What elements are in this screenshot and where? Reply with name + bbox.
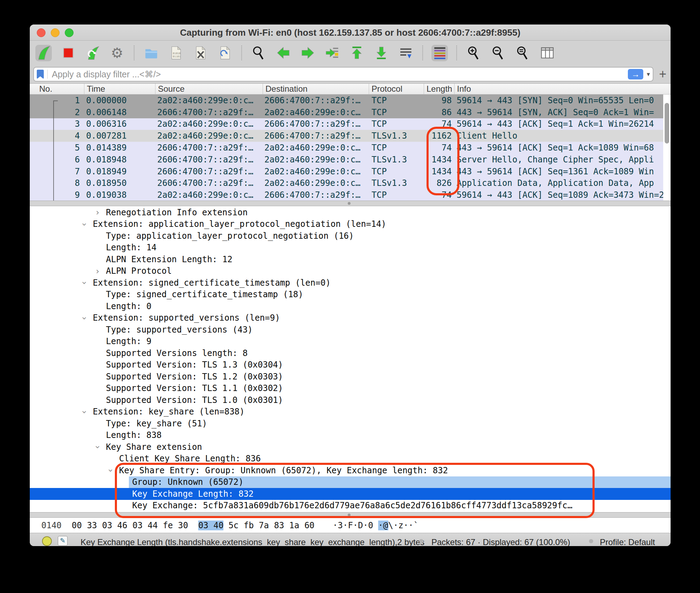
- detail-tree-item[interactable]: ›Key Share extension: [30, 441, 671, 453]
- profile-status[interactable]: Profile: Default: [600, 537, 655, 546]
- open-file-icon[interactable]: [143, 45, 159, 61]
- filter-bookmark-icon[interactable]: [37, 70, 44, 79]
- chevron-down-icon[interactable]: ›: [106, 467, 115, 474]
- detail-tree-item[interactable]: Supported Versions length: 8: [30, 347, 671, 359]
- filter-dropdown-caret-icon[interactable]: ▾: [647, 70, 650, 78]
- close-file-icon[interactable]: [192, 45, 208, 61]
- detail-tree-item[interactable]: ›Extension: signed_certificate_timestamp…: [30, 277, 671, 289]
- column-header-info[interactable]: Info: [454, 84, 671, 94]
- detail-tree-item[interactable]: Supported Version: TLS 1.0 (0x0301): [30, 394, 671, 406]
- column-header-destination[interactable]: Destination: [263, 84, 369, 94]
- list-details-splitter[interactable]: [30, 201, 671, 206]
- chevron-down-icon[interactable]: ›: [80, 409, 89, 416]
- chevron-down-icon[interactable]: ›: [80, 279, 89, 286]
- display-filter-field[interactable]: → ▾: [33, 67, 653, 82]
- detail-item-label: Key Share Entry: Group: Unknown (65072),…: [119, 466, 448, 475]
- zoom-in-icon[interactable]: [465, 45, 482, 61]
- column-header-protocol[interactable]: Protocol: [369, 84, 424, 94]
- capture-comment-icon[interactable]: ✎: [58, 536, 68, 546]
- detail-tree-item[interactable]: Client Key Share Length: 836: [30, 453, 671, 465]
- hex-ascii[interactable]: \·z··`: [388, 521, 419, 530]
- hex-bytes-highlighted[interactable]: 03 40: [198, 521, 223, 530]
- detail-tree-item[interactable]: Group: Unknown (65072): [30, 476, 671, 488]
- packet-row[interactable]: 50.0143892606:4700:7::a29f:…2a02:a460:29…: [30, 142, 663, 154]
- go-to-packet-icon[interactable]: [324, 45, 340, 61]
- hex-bytes[interactable]: 00 33 03 46 03 44 fe 30: [72, 521, 188, 530]
- go-forward-icon[interactable]: [299, 45, 316, 61]
- detail-tree-item[interactable]: Type: signed_certificate_timestamp (18): [30, 289, 671, 301]
- save-file-icon[interactable]: 0101001101: [167, 45, 184, 61]
- packet-row[interactable]: 40.0072812a02:a460:299e:0:c…2606:4700:7:…: [30, 130, 663, 142]
- column-header-length[interactable]: Length: [424, 84, 454, 94]
- detail-item-label: Type: key_share (51): [106, 419, 207, 428]
- status-separator-dot: [419, 539, 423, 543]
- related-packets-line: [53, 100, 54, 201]
- chevron-down-icon[interactable]: ›: [93, 444, 102, 451]
- detail-tree-item[interactable]: Supported Version: TLS 1.2 (0x0303): [30, 371, 671, 383]
- packet-row[interactable]: 20.0061482606:4700:7::a29f:…2a02:a460:29…: [30, 106, 663, 118]
- detail-tree-item[interactable]: Type: supported_versions (43): [30, 324, 671, 336]
- restart-capture-icon[interactable]: [84, 45, 101, 61]
- packet-cell-dst: 2606:4700:7::a29f:…: [263, 119, 369, 129]
- packet-row[interactable]: 70.0189492606:4700:7::a29f:…2a02:a460:29…: [30, 166, 663, 177]
- expert-info-icon[interactable]: [42, 536, 52, 546]
- detail-tree-item[interactable]: ›Extension: supported_versions (len=9): [30, 312, 671, 324]
- packet-cell-dst: 2606:4700:7::a29f:…: [263, 131, 369, 141]
- packet-row[interactable]: 10.0000002a02:a460:299e:0:c…2606:4700:7:…: [30, 95, 663, 106]
- packet-cell-src: 2606:4700:7::a29f:…: [155, 178, 263, 188]
- detail-tree-item[interactable]: ›Extension: key_share (len=838): [30, 406, 671, 418]
- find-packet-icon[interactable]: [250, 45, 267, 61]
- detail-tree-item[interactable]: Key Exchange: 5cfb7a831a609db76b176e2d6d…: [30, 500, 671, 512]
- detail-tree-item[interactable]: Length: 0: [30, 300, 671, 312]
- detail-tree-item[interactable]: Key Exchange Length: 832: [30, 488, 671, 500]
- detail-tree-item[interactable]: Length: 9: [30, 336, 671, 348]
- column-header-time[interactable]: Time: [84, 84, 155, 94]
- display-filter-input[interactable]: [51, 69, 628, 80]
- auto-scroll-icon[interactable]: [397, 45, 414, 61]
- capture-options-icon[interactable]: ⚙: [109, 45, 125, 61]
- hex-ascii-highlighted[interactable]: ·@: [378, 521, 388, 530]
- hex-bytes[interactable]: 5c fb 7a 83 1a 60: [228, 521, 314, 530]
- column-header-source[interactable]: Source: [155, 84, 263, 94]
- detail-tree-item[interactable]: Supported Version: TLS 1.3 (0x0304): [30, 359, 671, 371]
- detail-tree-item[interactable]: Type: application_layer_protocol_negotia…: [30, 230, 671, 242]
- column-header-no[interactable]: No.: [30, 84, 84, 94]
- zoom-original-icon[interactable]: [514, 45, 531, 61]
- zoom-out-icon[interactable]: [490, 45, 506, 61]
- detail-tree-item[interactable]: ALPN Extension Length: 12: [30, 253, 671, 265]
- packet-list-scrollbar-thumb[interactable]: [665, 103, 669, 144]
- detail-tree-item[interactable]: ›Extension: application_layer_protocol_n…: [30, 218, 671, 230]
- packet-row[interactable]: 90.0190382a02:a460:299e:0:c…2606:4700:7:…: [30, 189, 663, 201]
- details-bytes-splitter[interactable]: [30, 512, 671, 518]
- detail-tree-item[interactable]: ›ALPN Protocol: [30, 265, 671, 277]
- packet-row[interactable]: 60.0189482606:4700:7::a29f:…2a02:a460:29…: [30, 154, 663, 166]
- status-bar: ✎ Key Exchange Length (tls.handshake.ext…: [30, 533, 671, 546]
- colorize-packets-icon[interactable]: [431, 45, 448, 61]
- go-first-packet-icon[interactable]: [348, 45, 365, 61]
- packet-cell-info: 443 → 59614 [ACK] Seq=1 Ack=1089 Win=68: [454, 143, 663, 153]
- detail-tree-item[interactable]: Length: 14: [30, 242, 671, 254]
- chevron-right-icon[interactable]: ›: [94, 267, 101, 275]
- packet-cell-no: 8: [30, 178, 84, 188]
- start-capture-icon[interactable]: [35, 45, 52, 61]
- detail-tree-item[interactable]: Type: key_share (51): [30, 418, 671, 430]
- packet-cell-dst: 2a02:a460:299e:0:c…: [263, 155, 369, 165]
- stop-capture-icon[interactable]: [60, 45, 76, 61]
- packet-row[interactable]: 30.0063162a02:a460:299e:0:c…2606:4700:7:…: [30, 118, 663, 130]
- reload-file-icon[interactable]: [216, 45, 233, 61]
- detail-tree-item[interactable]: Length: 838: [30, 430, 671, 441]
- add-filter-button[interactable]: +: [659, 68, 666, 81]
- chevron-down-icon[interactable]: ›: [80, 315, 89, 322]
- detail-item-label: Client Key Share Length: 836: [119, 454, 261, 463]
- packet-row[interactable]: 80.0189502606:4700:7::a29f:…2a02:a460:29…: [30, 177, 663, 189]
- resize-columns-icon[interactable]: [539, 45, 555, 61]
- go-back-icon[interactable]: [275, 45, 291, 61]
- detail-tree-item[interactable]: ›Renegotiation Info extension: [30, 207, 671, 218]
- apply-filter-button[interactable]: →: [628, 69, 643, 79]
- detail-tree-item[interactable]: ›Key Share Entry: Group: Unknown (65072)…: [30, 465, 671, 476]
- chevron-down-icon[interactable]: ›: [80, 221, 89, 228]
- hex-ascii[interactable]: ·3·F·D·0: [333, 521, 373, 530]
- go-last-packet-icon[interactable]: [373, 45, 389, 61]
- chevron-right-icon[interactable]: ›: [94, 208, 101, 217]
- detail-tree-item[interactable]: Supported Version: TLS 1.1 (0x0302): [30, 383, 671, 395]
